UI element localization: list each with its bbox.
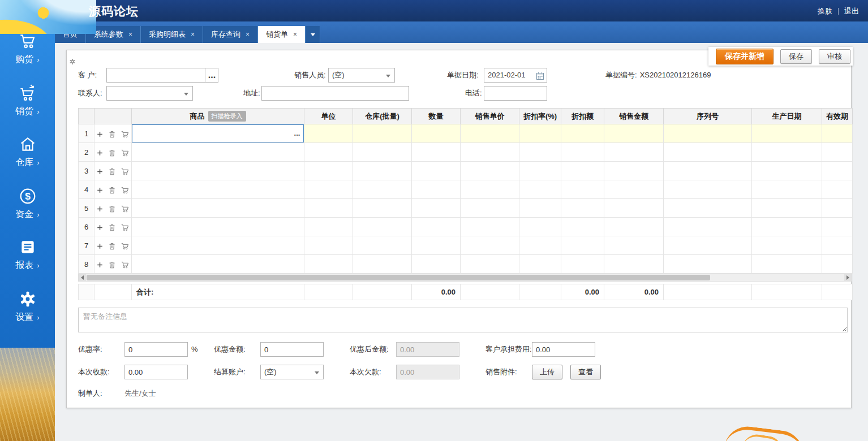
- panel-settings-icon[interactable]: [69, 57, 76, 67]
- row-number: 6: [79, 218, 94, 236]
- table-row: 7: [79, 236, 853, 255]
- totals-row: 合计: 0.00 0.00 0.00: [78, 284, 853, 300]
- close-icon[interactable]: ×: [128, 31, 132, 38]
- chevron-down-icon: [315, 371, 319, 374]
- add-row-icon[interactable]: [97, 131, 103, 137]
- sidebar-item-label: 资金: [15, 209, 33, 220]
- cart-row-icon[interactable]: [121, 168, 129, 175]
- add-row-icon[interactable]: [97, 224, 103, 231]
- scroll-right-arrow[interactable]: [844, 274, 852, 281]
- cart-row-icon[interactable]: [121, 224, 129, 231]
- product-lookup-button[interactable]: ...: [291, 125, 303, 142]
- add-row-icon[interactable]: [97, 206, 103, 212]
- delete-row-icon[interactable]: [109, 168, 115, 175]
- delete-row-icon[interactable]: [109, 205, 115, 213]
- sidebar-item-label: 销货: [15, 106, 33, 118]
- delete-row-icon[interactable]: [109, 243, 115, 250]
- docno-field: 单据编号: XS202102012126169: [605, 68, 711, 83]
- horizontal-scrollbar[interactable]: [78, 274, 852, 282]
- scroll-left-arrow[interactable]: [79, 274, 86, 281]
- cart-row-icon[interactable]: [121, 261, 129, 269]
- delete-row-icon[interactable]: [109, 187, 115, 194]
- address-input[interactable]: [261, 86, 409, 101]
- row-number: 2: [79, 143, 94, 162]
- customer-label: 客 户:: [78, 68, 97, 83]
- phone-input[interactable]: [484, 86, 547, 101]
- grid-header-row: 商品 扫描枪录入 单位 仓库(批量) 数量 销售单价 折扣率(%) 折扣额 销售…: [79, 109, 853, 124]
- report-icon: [18, 237, 37, 257]
- tab-purchase-detail[interactable]: 采购明细表 ×: [141, 26, 203, 43]
- salesperson-value: (空): [332, 71, 345, 79]
- date-value: 2021-02-01: [488, 71, 526, 79]
- sidebar-item-warehouse[interactable]: 仓库›: [0, 135, 55, 168]
- table-row: 2: [79, 143, 853, 162]
- delete-row-icon[interactable]: [109, 224, 115, 231]
- phone-label: 电话:: [465, 86, 482, 101]
- salesperson-select[interactable]: (空): [328, 68, 395, 83]
- date-input[interactable]: 2021-02-01: [484, 68, 547, 83]
- cart-row-icon[interactable]: [121, 131, 129, 138]
- customer-lookup-button[interactable]: ...: [205, 68, 218, 82]
- delete-row-icon[interactable]: [109, 149, 115, 157]
- contact-label: 联系人:: [78, 86, 102, 101]
- row-number: 1: [79, 124, 94, 143]
- discount-rate-input[interactable]: [124, 342, 188, 357]
- cart-row-icon[interactable]: [121, 243, 129, 250]
- delete-row-icon[interactable]: [109, 131, 115, 138]
- svg-text:$: $: [25, 191, 31, 202]
- add-row-icon[interactable]: [97, 150, 103, 156]
- customer-input[interactable]: [107, 68, 205, 82]
- sidebar-item-funds[interactable]: $ 资金›: [0, 187, 55, 220]
- audit-button[interactable]: 审核: [819, 49, 850, 64]
- delete-row-icon[interactable]: [109, 261, 115, 269]
- add-row-icon[interactable]: [97, 243, 103, 249]
- address-label: 地址:: [243, 86, 260, 101]
- product-cell: ...: [132, 124, 304, 143]
- remark-textarea[interactable]: [78, 308, 848, 332]
- save-and-new-button[interactable]: 保存并新增: [716, 49, 774, 64]
- sidebar-item-label: 仓库: [15, 157, 33, 168]
- close-icon[interactable]: ×: [246, 31, 250, 38]
- discount-amount-input[interactable]: [260, 342, 324, 357]
- upload-button[interactable]: 上传: [532, 365, 562, 379]
- change-skin-link[interactable]: 换肤: [818, 6, 832, 16]
- tab-stock-query[interactable]: 库存查询 ×: [203, 26, 258, 43]
- sidebar-item-settings[interactable]: 设置›: [0, 289, 55, 323]
- sidebar-item-purchase[interactable]: 购货›: [0, 32, 55, 66]
- product-input[interactable]: [132, 125, 291, 142]
- cart-row-icon[interactable]: [121, 205, 129, 213]
- add-row-icon[interactable]: [97, 262, 103, 268]
- table-row: 4: [79, 180, 853, 199]
- customer-fee-input[interactable]: [532, 342, 595, 357]
- sidebar-item-label: 设置: [15, 312, 33, 323]
- account-select[interactable]: (空): [260, 365, 324, 379]
- chevron-right-icon: ›: [37, 107, 39, 116]
- row-actions: [94, 236, 132, 255]
- sidebar-item-reports[interactable]: 报表›: [0, 237, 55, 271]
- table-row: 5: [79, 199, 853, 218]
- received-input[interactable]: [124, 365, 188, 379]
- col-header-discount-rate: 折扣率(%): [519, 109, 561, 124]
- account-label: 结算账户:: [214, 365, 246, 379]
- tab-bar: 首页 系统参数 × 采购明细表 × 库存查询 × 销货单 ×: [55, 21, 868, 43]
- add-row-icon[interactable]: [97, 168, 103, 175]
- cart-row-icon[interactable]: [121, 187, 129, 194]
- close-icon[interactable]: ×: [191, 31, 195, 38]
- logout-link[interactable]: 退出: [844, 6, 859, 16]
- tab-dropdown-button[interactable]: [306, 26, 320, 43]
- col-header-price: 销售单价: [461, 109, 519, 124]
- calendar-icon[interactable]: [536, 71, 544, 85]
- view-button[interactable]: 查看: [570, 365, 601, 379]
- scrollbar-thumb[interactable]: [87, 275, 710, 280]
- chevron-right-icon: ›: [37, 313, 39, 322]
- scan-gun-badge[interactable]: 扫描枪录入: [208, 111, 246, 122]
- cart-row-icon[interactable]: [121, 149, 129, 157]
- close-icon[interactable]: ×: [293, 31, 297, 38]
- contact-select[interactable]: [106, 86, 193, 101]
- chevron-right-icon: ›: [37, 158, 39, 167]
- sidebar-item-sales[interactable]: 销货›: [0, 84, 55, 118]
- table-row: 3: [79, 162, 853, 180]
- save-button[interactable]: 保存: [780, 49, 812, 64]
- tab-sales-order[interactable]: 销货单 ×: [258, 26, 306, 43]
- add-row-icon[interactable]: [97, 187, 103, 193]
